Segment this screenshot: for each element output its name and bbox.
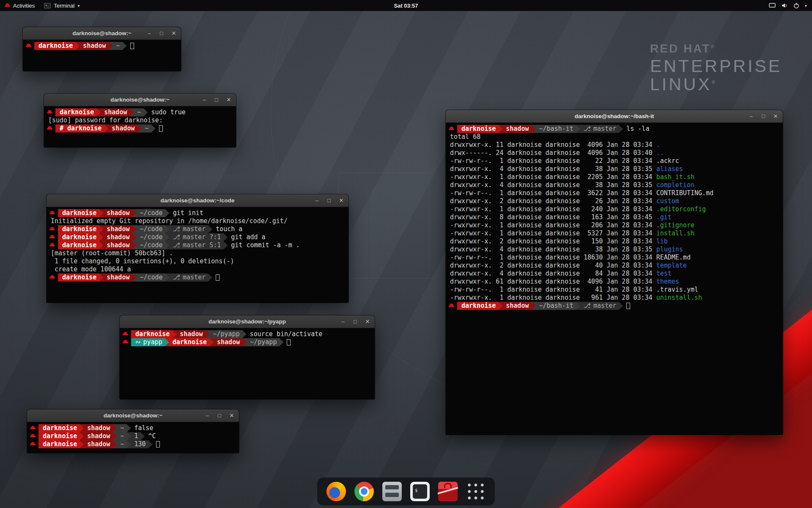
prompt-segment-host: shadow [498, 302, 535, 310]
file-date: Jan 28 03:34 [606, 189, 652, 197]
file-name: custom [656, 197, 679, 205]
minimize-button[interactable]: – [340, 318, 346, 325]
file-date: Jan 28 03:34 [606, 229, 652, 237]
file-owner: darknoise [507, 221, 541, 229]
link-count: 61 [496, 278, 503, 286]
prompt-segment-user: darknoise [55, 108, 101, 116]
terminal-line: -rw-rw-r--. 1 darknoise darknoise 22 Jan… [447, 157, 782, 165]
file-owner: darknoise [507, 149, 541, 157]
titlebar[interactable]: darknoise@shadow:~ – □ ✕ [27, 409, 239, 422]
titlebar[interactable]: darknoise@shadow:~/pyapp – □ ✕ [120, 315, 375, 328]
wallpaper-square-decoration [338, 173, 429, 279]
terminal-cursor [130, 43, 134, 49]
prompt-segment-user: darknoise [38, 440, 84, 448]
file-group: darknoise [546, 237, 580, 245]
toolbox-icon[interactable] [438, 482, 458, 501]
close-button[interactable]: ✕ [226, 97, 232, 103]
minimize-button[interactable]: – [204, 412, 210, 419]
terminal-window-pyapp[interactable]: darknoise@shadow:~/pyapp – □ ✕ darknoise… [120, 315, 375, 399]
window-title: darknoise@shadow:~ [104, 412, 163, 419]
window-title: darknoise@shadow:~ [72, 30, 132, 36]
file-name: README.md [656, 254, 691, 261]
titlebar[interactable]: darknoise@shadow:~ – □ ✕ [44, 94, 236, 106]
file-name: uninstall.sh [656, 294, 702, 301]
terminal-content[interactable]: darknoiseshadow~/pyappsource bin/activat… [120, 328, 375, 399]
file-name: lib [656, 237, 668, 245]
file-permissions: -rw-rw-r--. [450, 189, 492, 197]
chrome-icon[interactable] [354, 482, 374, 501]
command-text: sudo true [151, 108, 186, 116]
prompt-segment-git: ⎇master [576, 302, 623, 310]
app-menu-terminal[interactable]: >_ Terminal ▾ [39, 0, 84, 11]
file-group: darknoise [546, 221, 580, 229]
minimize-button[interactable]: – [201, 97, 207, 103]
maximize-button[interactable]: □ [326, 197, 332, 204]
brand-red-hat: RED HAT [650, 42, 710, 55]
files-icon[interactable] [382, 482, 402, 501]
titlebar[interactable]: darknoise@shadow:~/code – □ ✕ [47, 194, 348, 207]
terminal-line: darknoiseshadow~1^C [28, 432, 238, 440]
prompt-segment-user: darknoise [58, 233, 103, 241]
terminal-line: drwxrwxr-x. 2 darknoise darknoise 40 Jan… [447, 262, 782, 270]
file-name: aliases [656, 165, 683, 173]
terminal-window-code[interactable]: darknoise@shadow:~/code – □ ✕ darknoises… [47, 194, 348, 303]
terminal-cursor [159, 125, 163, 132]
terminal-window-home-2[interactable]: darknoise@shadow:~ – □ ✕ darknoiseshadow… [27, 409, 239, 453]
terminal-line: drwxrwxr-x. 4 darknoise darknoise 38 Jan… [447, 165, 782, 173]
file-date: Jan 28 03:45 [606, 213, 652, 221]
system-status-area[interactable]: ▾ [769, 0, 812, 11]
close-button[interactable]: ✕ [773, 113, 779, 119]
rhel-brand-logo: RED HAT® ENTERPRISE LINUX® [650, 42, 782, 94]
terminal-line: darknoiseshadow~/pyappsource bin/activat… [121, 330, 374, 338]
link-count: 1 [496, 254, 503, 262]
titlebar[interactable]: darknoise@shadow:~ – □ ✕ [23, 27, 181, 40]
titlebar[interactable]: darknoise@shadow:~/bash-it – □ ✕ [446, 110, 783, 123]
terminal-line: -rwxrwxr-x. 1 darknoise darknoise 2205 J… [447, 173, 782, 181]
file-name: .travis.yml [656, 286, 698, 293]
prompt-segment-host: shadow [96, 108, 134, 116]
python-icon: ∾ [135, 338, 141, 346]
maximize-button[interactable]: □ [760, 113, 766, 119]
close-button[interactable]: ✕ [365, 318, 370, 325]
terminal-content[interactable]: darknoiseshadow~/codegit initInitialized… [47, 207, 348, 303]
maximize-button[interactable]: □ [214, 97, 219, 103]
maximize-button[interactable]: □ [352, 318, 358, 325]
terminal-window-bash-it[interactable]: darknoise@shadow:~/bash-it – □ ✕ darknoi… [446, 110, 783, 435]
close-button[interactable]: ✕ [338, 197, 344, 204]
terminal-content[interactable]: darknoiseshadow~ [23, 40, 181, 71]
activities-button[interactable]: Activities [0, 0, 39, 11]
chevron-down-icon: ▾ [805, 3, 807, 8]
file-size: 38 [584, 165, 603, 173]
terminal-line: drwxrwxr-x. 8 darknoise darknoise 163 Ja… [447, 213, 782, 221]
prompt-segment-user: darknoise [34, 42, 80, 50]
terminal-line: ∾pyappdarknoiseshadow~/pyapp [121, 338, 374, 346]
terminal-window-sudo[interactable]: darknoise@shadow:~ – □ ✕ darknoiseshadow… [44, 94, 236, 147]
maximize-button[interactable]: □ [217, 412, 222, 419]
file-permissions: drwxrwxr-x. [450, 237, 492, 246]
minimize-button[interactable]: – [314, 197, 320, 204]
link-count: 4 [496, 165, 503, 173]
close-button[interactable]: ✕ [171, 30, 177, 36]
file-name: .. [656, 149, 664, 157]
branch-icon: ⎇ [584, 125, 591, 133]
firefox-icon-art [326, 482, 346, 501]
terminal-content[interactable]: darknoiseshadow~sudo true[sudo] password… [44, 106, 236, 147]
firefox-icon[interactable] [326, 482, 346, 501]
maximize-button[interactable]: □ [159, 30, 165, 36]
apps-icon[interactable] [466, 482, 486, 501]
terminal-content[interactable]: darknoiseshadow~falsedarknoiseshadow~1^C… [27, 422, 239, 453]
prompt-segment-user: darknoise [457, 125, 502, 133]
file-size: 26 [584, 197, 603, 205]
minimize-button[interactable]: – [748, 113, 754, 119]
file-date: Jan 28 03:35 [606, 246, 652, 253]
close-button[interactable]: ✕ [229, 412, 235, 419]
clock[interactable]: Sat 03:57 [394, 3, 418, 9]
branch-icon: ⎇ [173, 233, 180, 241]
terminal-content[interactable]: darknoiseshadow~/bash-it⎇masterls -latot… [446, 123, 783, 435]
minimize-button[interactable]: – [146, 30, 152, 36]
terminal-window-home-1[interactable]: darknoise@shadow:~ – □ ✕ darknoiseshadow… [23, 27, 181, 71]
window-title: darknoise@shadow:~/bash-it [575, 113, 654, 119]
file-size: 163 [584, 213, 603, 221]
terminal-cursor [216, 274, 219, 281]
terminal-icon[interactable]: $ [410, 482, 430, 501]
